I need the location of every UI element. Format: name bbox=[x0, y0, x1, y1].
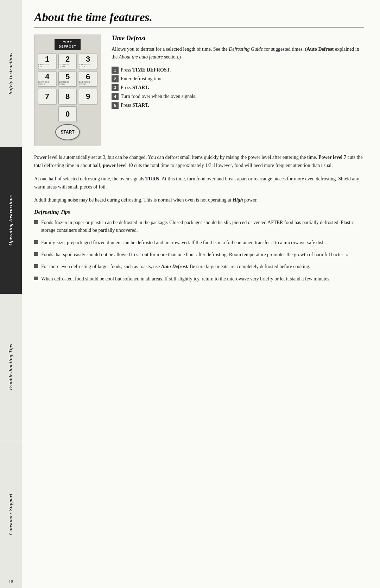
tip-1: Foods frozen in paper or plastic can be … bbox=[34, 219, 364, 235]
content-layout: TIME DEFROST 1 EXPRESS COOK 2 EXPRESS CO… bbox=[34, 35, 364, 146]
key-4[interactable]: 4 EXPRESS COOK bbox=[38, 71, 56, 87]
sidebar-label-troubleshooting: Troubleshooting Tips bbox=[8, 344, 14, 391]
step-3: 3 Press START. bbox=[112, 84, 364, 91]
key-6[interactable]: 6 EXPRESS COOK bbox=[79, 71, 97, 87]
sidebar: Safety Instructions Operating Instructio… bbox=[0, 0, 22, 588]
keypad-row-0: 0 bbox=[58, 106, 77, 122]
tip-3: Foods that spoil easily should not be al… bbox=[34, 251, 364, 259]
intro-text: Allows you to defrost for a selected len… bbox=[112, 45, 364, 61]
key-8[interactable]: 8 bbox=[58, 89, 77, 104]
key-7[interactable]: 7 bbox=[38, 89, 56, 104]
bullet-icon bbox=[34, 277, 38, 280]
key-3[interactable]: 3 EXPRESS COOK bbox=[79, 54, 97, 69]
tip-5: When defrosted, food should be cool but … bbox=[34, 275, 364, 283]
page-number: 18 bbox=[0, 579, 22, 584]
sidebar-item-operating[interactable]: Operating Instructions bbox=[0, 147, 22, 294]
key-1[interactable]: 1 EXPRESS COOK bbox=[38, 54, 56, 69]
tip-4: For more even defrosting of larger foods… bbox=[34, 263, 364, 271]
para2: At one half of selected defrosting time,… bbox=[34, 175, 364, 191]
bullet-icon bbox=[34, 240, 38, 244]
sidebar-label-consumer: Consumer Support bbox=[8, 494, 14, 535]
keypad-row-2: 4 EXPRESS COOK 5 EXPRESS COOK 6 EXPRESS … bbox=[38, 71, 97, 87]
sidebar-label-safety: Safety Instructions bbox=[8, 52, 14, 94]
sidebar-label-operating: Operating Instructions bbox=[8, 195, 14, 246]
sidebar-item-consumer[interactable]: Consumer Support bbox=[0, 441, 22, 588]
para1: Power level is automatically set at 3, b… bbox=[34, 153, 364, 169]
main-content: About the time features. TIME DEFROST 1 … bbox=[22, 0, 380, 588]
defrosting-tips-list: Foods frozen in paper or plastic can be … bbox=[34, 219, 364, 283]
key-0[interactable]: 0 bbox=[58, 106, 77, 122]
keypad-row-1: 1 EXPRESS COOK 2 EXPRESS COOK 3 EXPRESS … bbox=[38, 54, 97, 69]
step-2: 2 Enter defrosting time. bbox=[112, 75, 364, 82]
key-2[interactable]: 2 EXPRESS COOK bbox=[58, 54, 77, 69]
right-content: Time Defrost Allows you to defrost for a… bbox=[112, 35, 364, 114]
step-4: 4 Turn food over when the oven signals. bbox=[112, 93, 364, 100]
sidebar-item-safety[interactable]: Safety Instructions bbox=[0, 0, 22, 147]
body-section: Power level is automatically set at 3, b… bbox=[34, 153, 364, 283]
keypad-row-start: START bbox=[55, 124, 80, 140]
keypad-row-3: 7 8 9 bbox=[38, 89, 97, 104]
sidebar-item-troubleshooting[interactable]: Troubleshooting Tips bbox=[0, 294, 22, 441]
key-9[interactable]: 9 bbox=[79, 89, 97, 104]
para3: A dull thumping noise may be heard durin… bbox=[34, 196, 364, 204]
keypad-panel: TIME DEFROST 1 EXPRESS COOK 2 EXPRESS CO… bbox=[34, 35, 101, 146]
step-1: 1 Press TIME DEFROST. bbox=[112, 66, 364, 74]
bullet-icon bbox=[34, 264, 38, 268]
steps-list: 1 Press TIME DEFROST. 2 Enter defrosting… bbox=[112, 66, 364, 109]
key-5[interactable]: 5 EXPRESS COOK bbox=[58, 71, 77, 87]
page-title: About the time features. bbox=[34, 11, 364, 27]
start-button[interactable]: START bbox=[55, 124, 80, 140]
step-5: 5 Press START. bbox=[112, 101, 364, 109]
time-defrost-title: Time Defrost bbox=[112, 35, 364, 42]
tip-2: Family-size, prepackaged frozen dinners … bbox=[34, 239, 364, 247]
bullet-icon bbox=[34, 252, 38, 256]
bullet-icon bbox=[34, 220, 38, 224]
defrosting-tips-title: Defrosting Tips bbox=[34, 209, 364, 215]
time-defrost-label: TIME DEFROST bbox=[55, 39, 81, 50]
